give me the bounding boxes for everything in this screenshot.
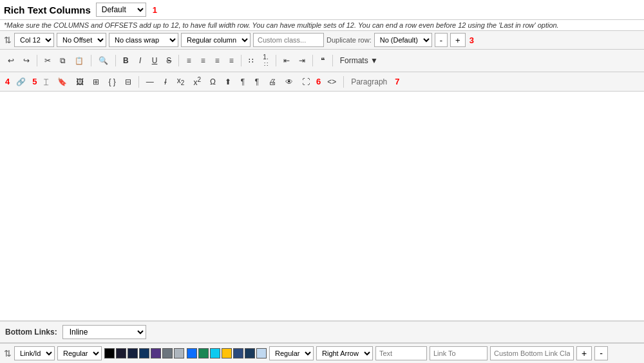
annot-4: 4 [5,77,10,86]
col-select[interactable]: Col 1Col 2Col 3 Col 4Col 5Col 6 Col 7Col… [14,33,54,47]
sep7 [312,55,313,66]
color-swatch-black[interactable] [104,348,115,358]
add-column-button[interactable]: + [450,33,466,47]
table-button[interactable]: ⊞ [89,75,103,88]
special-char-button[interactable]: Ω [206,75,220,88]
color-swatch-blue1[interactable] [187,348,197,358]
info-text: *Make sure the COLUMNS and OFFSETS add u… [4,21,559,29]
upload-button[interactable]: ⬆ [221,75,235,88]
custom-class-input[interactable] [253,33,324,47]
underline-button[interactable]: U [148,54,162,67]
code-button[interactable]: { } [104,75,119,88]
cut-button[interactable]: ✂ [41,54,55,67]
sep8 [332,55,333,66]
header-bar: Rich Text Columns Default Theme 1 Theme … [0,0,644,20]
color-swatch-cyan[interactable] [210,348,220,358]
info-bar: *Make sure the COLUMNS and OFFSETS add u… [0,20,644,31]
color-swatch-lightgray[interactable] [174,348,184,358]
clear-format-button[interactable]: I [159,75,172,88]
editor-toolbar-row2: ↩ ↪ ✂ ⧉ 📋 🔍 B I U S ≡ ≡ ≡ ≡ ∷ 1.∷ ⇤ ⇥ ❝ … [0,50,644,72]
blockquote-button[interactable]: ❝ [316,54,329,67]
outdent-button[interactable]: ⇤ [279,54,294,67]
align-center-button[interactable]: ≡ [196,54,209,67]
color-swatch-darkblue[interactable] [245,348,255,358]
align-left-button[interactable]: ≡ [182,54,195,67]
theme-select[interactable]: Default Theme 1 Theme 2 [96,3,146,17]
source-button[interactable]: <> [323,75,340,88]
color-swatch-dark1[interactable] [116,348,126,358]
bottom-links-header: Bottom Links: Inline Block None [0,321,644,343]
toolbar-row1: ⇅ Col 1Col 2Col 3 Col 4Col 5Col 6 Col 7C… [0,31,644,50]
fullscreen-button[interactable]: ⛶ [298,75,314,88]
custom-bottom-link-class-input[interactable] [490,346,574,360]
offset-select[interactable]: No Offset Offset 1Offset 2 [57,33,106,47]
color-swatch-navyblue[interactable] [233,348,243,358]
color-swatch-lightblue[interactable] [256,348,267,358]
ordered-list-button[interactable]: 1.∷ [259,52,272,70]
align-right-button[interactable]: ≡ [211,54,223,67]
right-arrow-select[interactable]: Right Arrow Left Arrow None [316,346,373,360]
color-swatch-dark2[interactable] [128,348,138,358]
color-group-2 [187,348,267,358]
bold-button[interactable]: B [119,54,133,67]
link-id-select[interactable]: Link/Id [14,346,55,360]
link-button[interactable]: 🔗 [12,75,30,88]
annot-3: 3 [469,35,474,45]
annot-5: 5 [32,77,37,86]
column-type-select[interactable]: Regular column Last in row [181,33,251,47]
style-select[interactable]: Regular Bold Italic [57,346,102,360]
preview-button[interactable]: 👁 [281,75,297,88]
find-button[interactable]: 🔍 [95,54,112,67]
add-link-button[interactable]: + [576,346,592,360]
remove-column-button[interactable]: - [435,33,448,47]
indent-button[interactable]: ⇥ [295,54,309,67]
page-title: Rich Text Columns [4,5,91,15]
editor-area[interactable] [0,92,644,321]
undo-button[interactable]: ↩ [4,54,18,67]
remove-link-button[interactable]: - [594,346,608,360]
sep3 [115,55,116,66]
bottom-links-label: Bottom Links: [5,328,57,337]
sep4 [178,55,179,66]
superscript-button[interactable]: x2 [189,74,205,89]
paragraph-label: Paragraph [347,75,391,88]
bottom-sort-icon[interactable]: ⇅ [4,348,12,358]
bottom-links-select[interactable]: Inline Block None [62,325,146,339]
strikethrough-button[interactable]: S [162,54,175,67]
italic-button[interactable]: I [134,54,147,67]
class-wrap-select[interactable]: No class wrap With class wrap [109,33,178,47]
style2-select[interactable]: Regular Bold [269,346,314,360]
color-swatch-green[interactable] [198,348,209,358]
copy-button[interactable]: ⧉ [56,54,70,67]
table2-button[interactable]: ⊟ [121,75,135,88]
paste-button[interactable]: 📋 [71,55,88,67]
redo-button[interactable]: ↪ [19,54,33,67]
text-input[interactable] [375,346,427,360]
sep5 [241,55,242,66]
sep9 [138,76,139,88]
subscript-button[interactable]: x2 [173,74,189,88]
editor-toolbar-row3: 4 🔗 5 ⌶ 🔖 🖼 ⊞ { } ⊟ — I x2 x2 Ω ⬆ ¶ ¶ 🖨 … [0,72,644,92]
duplicate-select[interactable]: No (Default) Yes [374,33,432,47]
annot-6: 6 [316,77,321,86]
color-swatch-gray[interactable] [162,348,173,358]
link-to-input[interactable] [430,346,488,360]
print-button[interactable]: 🖨 [265,75,280,88]
formats-dropdown[interactable]: Formats ▼ [336,54,382,67]
color-swatch-yellow[interactable] [222,348,232,358]
duplicate-label: Duplicate row: [327,36,372,44]
sep10 [343,76,344,88]
align-justify-button[interactable]: ≡ [225,54,238,67]
image-button[interactable]: 🖼 [72,75,88,88]
unordered-list-button[interactable]: ∷ [245,54,258,67]
bookmark-button[interactable]: 🔖 [53,75,71,88]
color-swatch-dark3[interactable] [139,348,149,358]
hr-button[interactable]: — [142,75,158,88]
sep1 [37,55,37,66]
sort-icon[interactable]: ⇅ [4,35,12,45]
bottom-row: ⇅ Link/Id Regular Bold Italic [0,343,644,363]
paragraph-mark-button[interactable]: ¶ [236,75,249,88]
pilcrow-button[interactable]: ¶ [251,75,263,88]
color-swatch-purple[interactable] [151,348,161,358]
unlink-button[interactable]: ⌶ [39,75,52,88]
